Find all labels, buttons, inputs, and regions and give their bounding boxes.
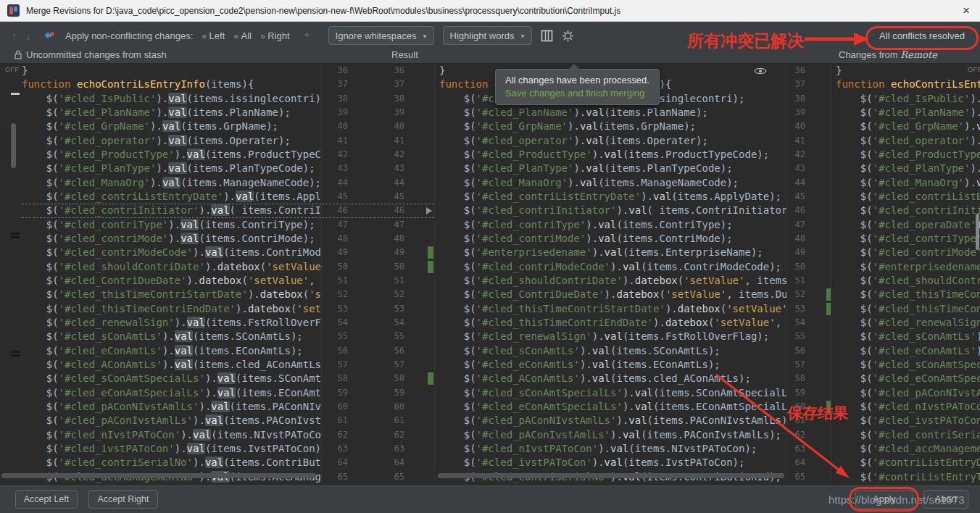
code-line: $('#cled_operator').val(items.Operater); (22, 134, 321, 148)
code-line: $('#cled_ContriDueDate').datebox('setVal… (439, 288, 786, 301)
gutter-line-numbers: 54 (787, 316, 831, 330)
gutter-line-numbers: 6565 (322, 470, 434, 484)
eye-icon[interactable] (754, 67, 767, 75)
lock-icon (14, 50, 22, 59)
code-line: $('#cled_ManaOrg').val(items.ManageNameC… (439, 176, 786, 190)
gutter-line-numbers: 3636 (322, 64, 434, 78)
ignore-whitespaces-dropdown[interactable]: Ignore whitespaces ▾ (328, 26, 434, 45)
code-line: $('#cled_sConAmtSpecialLs').val(items.SC… (836, 358, 980, 372)
code-line: $('#cled_GrpName').val(items.GrpName); (439, 120, 786, 133)
chevron-down-icon: ▾ (423, 32, 427, 40)
code-line: $('#cled_sConAmtLs').val(items.SConAmtLs… (439, 344, 786, 358)
apply-all-button[interactable]: « All (233, 30, 252, 41)
code-line: $('#cled_contriType').val(items.ContriTy… (836, 232, 980, 246)
save-and-finish-link[interactable]: Save changes and finish merging (505, 88, 649, 99)
accept-right-button[interactable]: Accept Right (88, 490, 158, 509)
gutter-line-numbers: 51 (787, 274, 831, 288)
code-line: $('#cled_contriInitiator').val( items.Co… (439, 204, 786, 217)
code-line: $('#cled_ProductType').val(items.Product… (836, 148, 980, 162)
abort-button[interactable]: Abort (923, 490, 968, 509)
gutter-line-numbers: 6464 (322, 456, 434, 470)
soft-wrap-off-label: OFF (968, 66, 980, 73)
horizontal-scrollbar-thumb[interactable] (438, 473, 784, 478)
code-line: $('#cled_thisTimeContriEndDate').datebox… (22, 302, 321, 316)
code-line: } (22, 64, 321, 78)
conflict-marker[interactable] (11, 233, 20, 238)
result-code-panel[interactable]: }function echoContriLsEntryInfo(items){ … (435, 64, 786, 484)
change-marker-green (428, 372, 433, 385)
gutter-line-numbers: 65 (787, 470, 831, 484)
gutter-line-numbers: 64 (787, 456, 831, 470)
gutter-line-numbers: 5050 (322, 260, 434, 274)
tooltip-message: All changes have been processed. (505, 75, 649, 86)
gutter-line-numbers: 59 (787, 386, 831, 400)
code-line: $('#enterprisedename').val(items.Enterpr… (836, 260, 980, 274)
three-way-merge-editor[interactable]: OFF }function echoContriLsEntryInfo(item… (0, 64, 980, 484)
chevron-right-icon: » (260, 30, 265, 41)
gutter-line-numbers: 58 (787, 372, 831, 385)
gutter-line-numbers: 37 (787, 78, 831, 91)
change-marker-green (428, 246, 433, 259)
gutter-line-numbers: 3737 (322, 78, 434, 91)
code-line: $('#cled_renewalSign').val(items.FstRoll… (439, 330, 786, 343)
highlight-words-dropdown[interactable]: Highlight words ▾ (443, 26, 532, 45)
code-line: $('#cled_ProductType').val(items.Product… (439, 148, 786, 162)
gutter-line-numbers: 5656 (322, 344, 434, 358)
gutter-line-numbers: 6161 (322, 414, 434, 428)
gutter-line-numbers: 53 (787, 302, 831, 316)
gutter-line-numbers: 5757 (322, 358, 434, 372)
gutter-line-numbers: 47 (787, 218, 831, 232)
code-line: $('#cled_pAConNIvstAmlLs').val(items.PAC… (439, 414, 786, 428)
gutter-line-numbers: 4343 (322, 162, 434, 175)
code-line: $('#cled_pAConNIvstAmlLs').val(items.PAC… (836, 386, 980, 400)
code-line: $('#cled_PlanType').val(items.PlanTypeCo… (836, 162, 980, 175)
gutter-line-numbers: 61 (787, 414, 831, 428)
collapse-unchanged-icon[interactable] (541, 30, 553, 42)
apply-button[interactable]: Apply (855, 490, 913, 509)
code-line: $('#cled_sConAmtSpecialLs').val(items.SC… (439, 386, 786, 400)
gutter-line-numbers: 39 (787, 106, 831, 120)
code-line: $('#cled_PlanType').val(items.PlanTypeCo… (439, 162, 786, 175)
next-change-icon[interactable]: ↓ (26, 30, 32, 41)
change-marker-green (826, 303, 831, 315)
chevron-left-icon: « (233, 30, 238, 41)
code-line: $('#cled_nIvstPAToCon').val(items.NIvstP… (439, 442, 786, 456)
left-panel-title: Uncommitted changes from stash (14, 49, 167, 60)
previous-change-icon[interactable]: ↑ (12, 30, 17, 41)
gutter-line-numbers: 5454 (322, 316, 434, 330)
chevron-down-icon: ▾ (520, 32, 524, 40)
code-line: $('#cled_thisTimeContriEndDate').datebox… (439, 316, 786, 330)
right-panel-title: Changes from Remote (839, 49, 937, 60)
code-line: $('#cled_contriModeCode').val(items.Cont… (22, 246, 321, 259)
apply-left-button[interactable]: « Left (202, 30, 225, 41)
right-scrollbar-thumb[interactable] (976, 214, 979, 250)
code-line: $('#cled_ProductType').val(items.Product… (22, 148, 321, 162)
change-marker[interactable] (11, 93, 20, 95)
gutter-line-numbers: 56 (787, 344, 831, 358)
code-line: $('#cled_pAConNIvstAmlLs').val(items.PAC… (22, 400, 321, 414)
horizontal-scrollbar-thumb[interactable] (1, 473, 316, 478)
gutter-line-numbers: 46 (787, 204, 831, 217)
code-line: $('#cled_eConAmtSpecialLs').val(items.EC… (836, 372, 980, 385)
gutter-line-numbers: 42 (787, 148, 831, 162)
left-scrollbar-thumb[interactable] (11, 123, 16, 168)
gutter-line-numbers: 41 (787, 134, 831, 148)
code-line: $('#cled_GrpName').val(items.GrpName); (22, 120, 321, 133)
accept-left-button[interactable]: Accept Left (15, 490, 78, 509)
close-icon[interactable]: × (960, 4, 973, 17)
panel-headers: Uncommitted changes from stash Result Ch… (0, 49, 980, 64)
conflict-marker[interactable] (11, 351, 20, 356)
left-code-panel[interactable]: }function echoContriLsEntryInfo(items){ … (20, 64, 321, 484)
gutter-line-numbers: 4242 (322, 148, 434, 162)
code-line: $('#cled_ivstPAToCon').val(items.IvstPAT… (836, 414, 980, 428)
right-code-panel[interactable]: }function echoContriLsEntryInfo(items){ … (831, 64, 980, 484)
apply-all-nonconflicting-icon[interactable] (43, 30, 57, 41)
gutter-line-numbers: 4141 (322, 134, 434, 148)
apply-change-arrow-icon[interactable] (426, 207, 432, 214)
apply-right-button[interactable]: » Right (260, 30, 290, 41)
code-line: $('#cled_PlanName').val(items.PlanName); (836, 106, 980, 120)
code-line: $('#cled_contriType').val(items.ContriTy… (439, 218, 786, 232)
left-error-stripe[interactable]: OFF (0, 64, 20, 484)
gear-icon[interactable] (562, 30, 574, 42)
all-conflicts-resolved-button[interactable]: All conflicts resolved (867, 26, 977, 46)
